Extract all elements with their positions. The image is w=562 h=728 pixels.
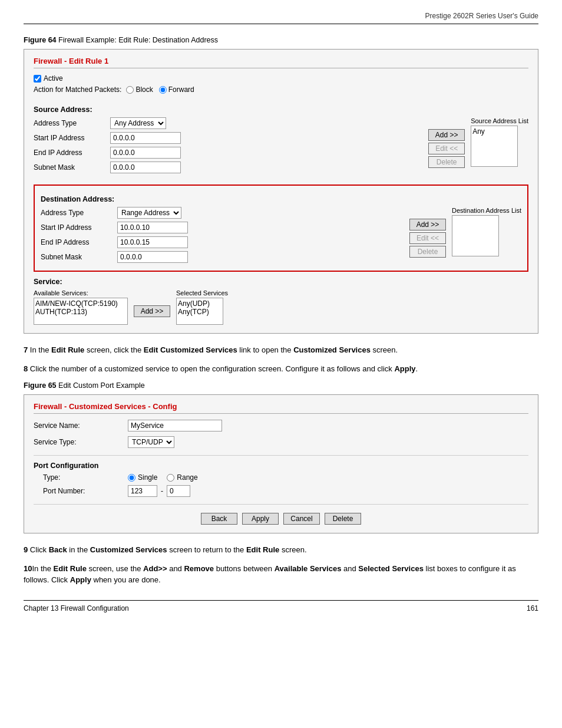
- dest-address-inner: Address Type Range Address Start IP Addr…: [41, 207, 521, 266]
- dest-address-section: Destination Address: Address Type Range …: [34, 185, 528, 272]
- selected-services-list[interactable]: Any(UDP) Any(TCP): [176, 298, 223, 325]
- list-item: AUTH(TCP:113): [35, 308, 126, 316]
- dest-address-type-label: Address Type: [41, 209, 117, 217]
- dest-address-type-row: Address Type Range Address: [41, 207, 404, 219]
- range-label: Range: [177, 473, 197, 482]
- dest-list-area: Destination Address List: [452, 207, 521, 256]
- source-add-button[interactable]: Add >>: [428, 129, 465, 141]
- dest-start-ip-label: Start IP Address: [41, 223, 117, 232]
- dest-add-button[interactable]: Add >>: [409, 219, 446, 230]
- header-title: Prestige 2602R Series User's Guide: [425, 12, 538, 20]
- action-label: Action for Matched Packets:: [34, 85, 121, 94]
- block-label: Block: [135, 85, 153, 94]
- service-name-label: Service Name:: [34, 421, 128, 430]
- port-config-section: Port Configuration Type: Single Range: [34, 462, 528, 497]
- dest-list-label: Destination Address List: [452, 207, 521, 214]
- source-fields: Address Type Any Address Start IP Addres…: [34, 117, 422, 176]
- figure64-frame: Firewall - Edit Rule 1 Active Action for…: [24, 49, 538, 334]
- service-add-button[interactable]: Add >>: [134, 305, 170, 317]
- dest-start-ip-input[interactable]: [117, 222, 188, 233]
- service-type-label: Service Type:: [34, 438, 128, 446]
- page-footer: Chapter 13 Firewall Configuration 161: [24, 600, 538, 612]
- service-section: Service: Available Services: AIM/NEW-ICQ…: [34, 278, 528, 325]
- step9: 9 Click Back in the Customized Services …: [24, 544, 538, 556]
- available-services-label: Available Services:: [34, 289, 174, 297]
- source-address-type-select[interactable]: Any Address: [110, 117, 166, 129]
- service-available-area: Available Services: AIM/NEW-ICQ(TCP:5190…: [34, 289, 174, 325]
- port-end-input[interactable]: [167, 485, 190, 497]
- dest-start-ip-row: Start IP Address: [41, 222, 404, 233]
- source-address-inner: Address Type Any Address Start IP Addres…: [34, 117, 528, 176]
- source-buttons: Add >> Edit << Delete: [428, 117, 465, 168]
- delete-button[interactable]: Delete: [325, 513, 361, 525]
- figure65-ui-title: Firewall - Customized Services - Config: [34, 402, 528, 414]
- service-available-row: AIM/NEW-ICQ(TCP:5190) AUTH(TCP:113) Add …: [34, 298, 174, 325]
- port-start-input[interactable]: [128, 485, 157, 497]
- source-list-box[interactable]: Any: [471, 126, 518, 167]
- step10: 10In the Edit Rule screen, use the Add>>…: [24, 563, 538, 586]
- port-separator: -: [161, 487, 163, 495]
- source-list-label: Source Address List: [471, 117, 528, 124]
- source-end-ip-input[interactable]: [110, 147, 181, 159]
- source-start-ip-input[interactable]: [110, 132, 181, 144]
- dest-section-label: Destination Address:: [41, 195, 521, 203]
- step7: 7 In the Edit Rule screen, click the Edi…: [24, 344, 538, 356]
- subnet-label: Subnet Mask: [34, 163, 110, 172]
- dest-delete-button[interactable]: Delete: [409, 246, 446, 258]
- start-ip-label: Start IP Address: [34, 134, 110, 142]
- figure64-ui-title: Firewall - Edit Rule 1: [34, 57, 528, 68]
- forward-radio[interactable]: [159, 86, 167, 94]
- figure65-button-row: Back Apply Cancel Delete: [34, 513, 528, 525]
- figure64-caption: Figure 64 Firewall Example: Edit Rule: D…: [24, 36, 538, 44]
- address-type-label: Address Type: [34, 119, 110, 127]
- port-number-row: Port Number: -: [34, 485, 528, 497]
- list-item: AIM/NEW-ICQ(TCP:5190): [35, 299, 126, 308]
- service-buttons: Add >>: [134, 305, 170, 317]
- active-label: Active: [44, 74, 63, 83]
- block-radio[interactable]: [126, 86, 134, 94]
- service-name-row: Service Name:: [34, 420, 528, 431]
- type-radio-group: Single Range: [128, 473, 198, 482]
- apply-button[interactable]: Apply: [242, 513, 279, 525]
- dest-subnet-label: Subnet Mask: [41, 253, 117, 261]
- cancel-button[interactable]: Cancel: [283, 513, 320, 525]
- dest-address-type-select[interactable]: Range Address: [117, 207, 181, 219]
- source-list-area: Source Address List Any: [471, 117, 528, 167]
- back-button[interactable]: Back: [201, 513, 237, 525]
- active-row: Active: [34, 74, 528, 83]
- service-type-row: Service Type: TCP/UDP: [34, 436, 528, 448]
- selected-services-label: Selected Services: [176, 289, 228, 297]
- dest-list-box[interactable]: [452, 215, 499, 256]
- dest-edit-button[interactable]: Edit <<: [409, 232, 446, 244]
- single-label: Single: [138, 473, 157, 482]
- dest-subnet-row: Subnet Mask: [41, 251, 404, 263]
- source-subnet-input[interactable]: [110, 162, 181, 173]
- port-number-label: Port Number:: [34, 487, 128, 495]
- figure65-caption: Figure 65 Edit Custom Port Example: [24, 381, 538, 390]
- service-name-input[interactable]: [128, 420, 222, 431]
- source-delete-button[interactable]: Delete: [428, 156, 465, 168]
- dest-subnet-input[interactable]: [117, 251, 188, 263]
- active-checkbox[interactable]: [34, 75, 41, 83]
- source-edit-button[interactable]: Edit <<: [428, 143, 465, 154]
- port-config-label: Port Configuration: [34, 462, 528, 470]
- page-header: Prestige 2602R Series User's Guide: [24, 12, 538, 24]
- list-item: Any(TCP): [178, 308, 222, 316]
- list-item: Any(UDP): [178, 299, 222, 308]
- range-radio[interactable]: [167, 474, 174, 482]
- dest-end-ip-input[interactable]: [117, 236, 188, 248]
- service-inner: Available Services: AIM/NEW-ICQ(TCP:5190…: [34, 289, 528, 325]
- action-row: Action for Matched Packets: Block Forwar…: [34, 85, 528, 94]
- port-type-row: Type: Single Range: [34, 473, 528, 482]
- service-selected-area: Selected Services Any(UDP) Any(TCP): [176, 289, 228, 325]
- source-start-ip-row: Start IP Address: [34, 132, 422, 144]
- dest-end-ip-label: End IP Address: [41, 238, 117, 246]
- dest-buttons: Add >> Edit << Delete: [409, 207, 446, 258]
- type-label: Type:: [34, 473, 128, 482]
- figure65-frame: Firewall - Customized Services - Config …: [24, 394, 538, 533]
- end-ip-label: End IP Address: [34, 149, 110, 157]
- single-radio[interactable]: [128, 474, 135, 482]
- range-option: Range: [167, 473, 197, 482]
- service-type-select[interactable]: TCP/UDP: [128, 436, 174, 448]
- available-services-list[interactable]: AIM/NEW-ICQ(TCP:5190) AUTH(TCP:113): [34, 298, 128, 325]
